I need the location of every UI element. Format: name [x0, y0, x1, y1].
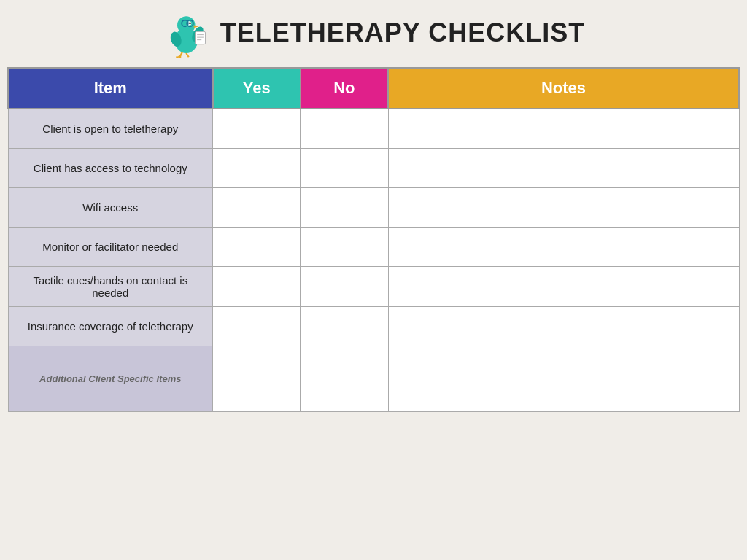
row-item-label: Wifi access [8, 187, 213, 227]
row-notes-cell[interactable] [388, 227, 739, 266]
col-header-yes: Yes [213, 68, 301, 109]
row-item-label: Additional Client Specific Items [8, 346, 213, 411]
row-notes-cell[interactable] [388, 187, 739, 227]
table-row: Insurance coverage of teletherapy [8, 306, 739, 346]
bird-icon [162, 7, 213, 58]
checklist-table: Item Yes No Notes Client is open to tele… [7, 67, 740, 412]
row-notes-cell[interactable] [388, 266, 739, 306]
svg-line-8 [186, 53, 189, 57]
col-header-notes: Notes [388, 68, 739, 109]
row-no-cell[interactable] [301, 109, 388, 148]
table-row: Client is open to teletherapy [8, 109, 739, 148]
col-header-no: No [301, 68, 388, 109]
row-yes-cell[interactable] [213, 187, 301, 227]
row-yes-cell[interactable] [213, 148, 301, 187]
svg-rect-15 [195, 31, 205, 44]
row-notes-cell[interactable] [388, 346, 739, 411]
row-item-label: Client is open to teletherapy [8, 109, 213, 148]
row-no-cell[interactable] [301, 346, 388, 411]
row-no-cell[interactable] [301, 148, 388, 187]
row-yes-cell[interactable] [213, 306, 301, 346]
row-yes-cell[interactable] [213, 109, 301, 148]
row-item-label: Monitor or facilitator needed [8, 227, 213, 266]
row-yes-cell[interactable] [213, 346, 301, 411]
row-yes-cell[interactable] [213, 266, 301, 306]
row-item-label: Insurance coverage of teletherapy [8, 306, 213, 346]
row-notes-cell[interactable] [388, 306, 739, 346]
row-item-label: Client has access to technology [8, 148, 213, 187]
row-no-cell[interactable] [301, 266, 388, 306]
row-notes-cell[interactable] [388, 148, 739, 187]
row-no-cell[interactable] [301, 227, 388, 266]
col-header-item: Item [8, 68, 213, 109]
table-row: Monitor or facilitator needed [8, 227, 739, 266]
svg-point-3 [189, 23, 191, 25]
row-notes-cell[interactable] [388, 109, 739, 148]
table-row: Tactile cues/hands on contact is needed [8, 266, 739, 306]
page-header: TELETHERAPY CHECKLIST [7, 7, 740, 58]
row-yes-cell[interactable] [213, 227, 301, 266]
row-no-cell[interactable] [301, 187, 388, 227]
table-row: Wifi access [8, 187, 739, 227]
row-item-label: Tactile cues/hands on contact is needed [8, 266, 213, 306]
svg-line-7 [179, 52, 182, 57]
table-row: Additional Client Specific Items [8, 346, 739, 411]
table-row: Client has access to technology [8, 148, 739, 187]
page-title: TELETHERAPY CHECKLIST [220, 18, 585, 48]
row-no-cell[interactable] [301, 306, 388, 346]
